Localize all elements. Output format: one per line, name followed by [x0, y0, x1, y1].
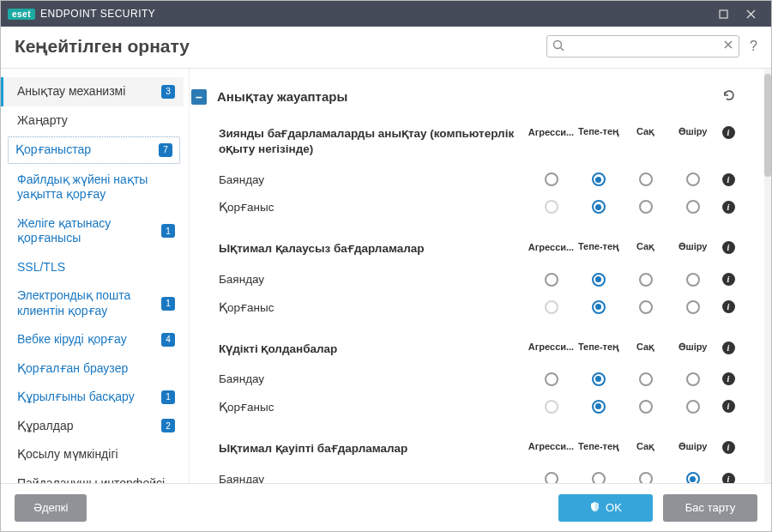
- sidebar-item-4[interactable]: Желіге қатынасу қорғанысы1: [1, 209, 184, 253]
- column-head-1: Тепе-тең: [575, 241, 622, 252]
- radio-cell: [528, 172, 575, 186]
- radio-option: [545, 400, 558, 414]
- radio-option[interactable]: [639, 200, 653, 214]
- row-label: Баяндау: [219, 473, 528, 483]
- column-head-3: Өшіру: [669, 342, 716, 353]
- radio-option[interactable]: [545, 172, 558, 186]
- content-scroll-area: – Анықтау жауаптары Зиянды бағдарламалар…: [190, 69, 764, 483]
- radio-option[interactable]: [686, 400, 700, 414]
- sidebar-item-1[interactable]: Жаңарту: [1, 106, 184, 136]
- radio-option[interactable]: [545, 472, 558, 483]
- column-head-0: Агресси...: [528, 242, 575, 252]
- radio-option[interactable]: [639, 300, 653, 314]
- default-button[interactable]: Әдепкі: [15, 494, 87, 522]
- radio-option[interactable]: [686, 200, 700, 214]
- sidebar-item-6[interactable]: Электрондық пошта клиентін қорғау1: [1, 281, 184, 325]
- column-head-0: Агресси...: [528, 441, 575, 451]
- sidebar-item-7[interactable]: Вебке кіруді қорғау4: [1, 325, 184, 354]
- sidebar-item-8[interactable]: Қорғалған браузер: [1, 354, 184, 384]
- radio-option[interactable]: [686, 300, 700, 314]
- info-icon[interactable]: i: [716, 342, 740, 354]
- search-input[interactable]: [546, 35, 739, 57]
- info-icon[interactable]: i: [716, 300, 740, 313]
- radio-option[interactable]: [686, 472, 700, 483]
- section-header: – Анықтау жауаптары: [190, 79, 751, 121]
- help-button[interactable]: ?: [750, 39, 757, 54]
- info-icon[interactable]: i: [716, 400, 740, 413]
- body: Анықтау механизмі3ЖаңартуҚорғаныстар7Фай…: [1, 69, 771, 483]
- sidebar-item-12[interactable]: Пайдаланушы интерфейсі: [1, 469, 184, 484]
- search-clear-icon[interactable]: [722, 39, 734, 53]
- info-icon[interactable]: i: [716, 173, 740, 186]
- info-icon[interactable]: i: [716, 241, 740, 254]
- sidebar-item-11[interactable]: Қосылу мүмкіндігі: [1, 440, 184, 469]
- settings-group-3: Ықтимал қауіпті бағдарламаларАгресси...Т…: [190, 436, 751, 483]
- column-head-1: Тепе-тең: [575, 342, 622, 353]
- column-head-1: Тепе-тең: [575, 441, 622, 452]
- radio-option[interactable]: [545, 372, 558, 386]
- radio-option[interactable]: [639, 372, 653, 386]
- radio-option[interactable]: [686, 172, 700, 186]
- row-label: Баяндау: [219, 173, 528, 186]
- radio-option[interactable]: [592, 172, 606, 186]
- undo-button[interactable]: [718, 84, 740, 109]
- radio-option[interactable]: [592, 200, 606, 214]
- settings-group-1: Ықтимал қалаусыз бағдарламаларАгресси...…: [190, 236, 751, 336]
- sidebar-item-label: Анықтау механизмі: [17, 84, 154, 100]
- sidebar-item-2[interactable]: Қорғаныстар7: [8, 136, 180, 164]
- radio-option[interactable]: [639, 273, 653, 287]
- info-icon[interactable]: i: [716, 441, 740, 454]
- column-head-3: Өшіру: [669, 126, 716, 137]
- info-icon[interactable]: i: [716, 473, 740, 483]
- radio-cell: [575, 300, 622, 314]
- info-icon[interactable]: i: [716, 273, 740, 286]
- shield-icon: [589, 501, 600, 515]
- settings-row: Баяндауi: [219, 465, 740, 483]
- window-close-button[interactable]: [737, 1, 764, 27]
- vertical-scrollbar[interactable]: [764, 69, 771, 483]
- radio-option[interactable]: [592, 472, 606, 483]
- column-head-2: Сақ: [622, 342, 669, 353]
- sidebar-item-label: Жаңарту: [17, 113, 175, 129]
- radio-option[interactable]: [592, 372, 606, 386]
- info-icon[interactable]: i: [716, 372, 740, 385]
- sidebar-item-label: Қорғалған браузер: [17, 361, 175, 377]
- radio-option[interactable]: [639, 472, 653, 483]
- page-title: Кеңейтілген орнату: [15, 36, 546, 57]
- radio-cell: [528, 273, 575, 287]
- radio-option[interactable]: [592, 400, 606, 414]
- svg-point-1: [554, 41, 562, 49]
- sidebar-item-9[interactable]: Құрылғыны басқару1: [1, 383, 184, 412]
- sidebar-item-5[interactable]: SSL/TLS: [1, 253, 184, 282]
- radio-cell: [669, 372, 716, 386]
- column-head-2: Сақ: [622, 441, 669, 452]
- group-head: Ықтимал қауіпті бағдарламаларАгресси...Т…: [219, 436, 740, 465]
- row-label: Баяндау: [219, 273, 528, 286]
- scrollbar-thumb[interactable]: [764, 74, 771, 177]
- info-icon[interactable]: i: [716, 126, 740, 139]
- radio-cell: [669, 273, 716, 287]
- sidebar-badge: 2: [161, 419, 175, 432]
- radio-cell: [575, 472, 622, 483]
- radio-option[interactable]: [592, 273, 606, 287]
- sidebar-item-3[interactable]: Файлдық жүйені нақты уақытта қорғау: [1, 166, 184, 209]
- row-label: Қорғаныс: [219, 200, 528, 214]
- radio-option[interactable]: [686, 372, 700, 386]
- sidebar-item-0[interactable]: Анықтау механизмі3: [1, 77, 184, 106]
- collapse-toggle[interactable]: –: [191, 89, 207, 105]
- column-head-0: Агресси...: [528, 342, 575, 352]
- sidebar-item-label: SSL/TLS: [17, 260, 175, 275]
- radio-option[interactable]: [545, 273, 558, 287]
- radio-cell: [575, 273, 622, 287]
- window-maximize-button[interactable]: [709, 1, 737, 27]
- radio-option[interactable]: [592, 300, 606, 314]
- cancel-button[interactable]: Бас тарту: [663, 494, 757, 522]
- radio-option[interactable]: [639, 400, 653, 414]
- radio-option[interactable]: [686, 273, 700, 287]
- radio-cell: [575, 400, 622, 414]
- info-icon[interactable]: i: [716, 201, 740, 214]
- radio-cell: [528, 200, 575, 214]
- sidebar-item-10[interactable]: Құралдар2: [1, 412, 184, 441]
- radio-option[interactable]: [639, 172, 653, 186]
- ok-button[interactable]: OK: [558, 494, 653, 522]
